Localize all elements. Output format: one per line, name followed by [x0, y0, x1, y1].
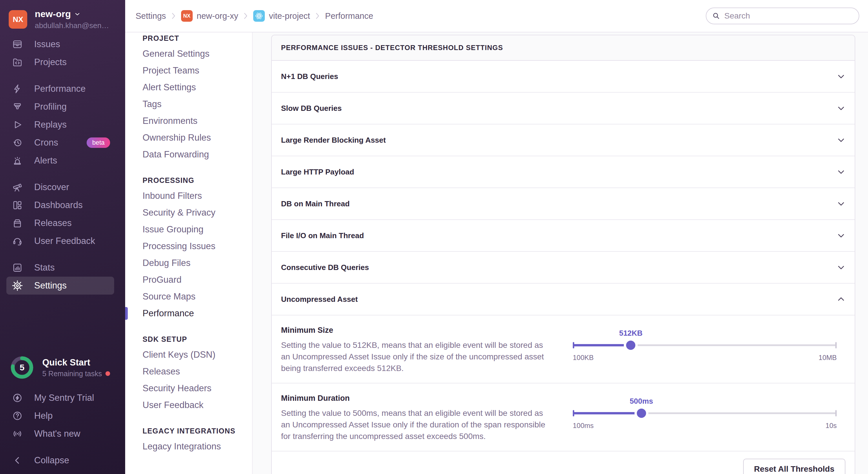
- detector-row-uncompressed-asset[interactable]: Uncompressed Asset: [272, 283, 855, 315]
- slider-max-label: 10s: [826, 421, 837, 430]
- sidebar-item-performance[interactable]: Performance: [0, 80, 125, 98]
- chevron-up-icon: [837, 295, 845, 304]
- sidebar-item-my-sentry-trial[interactable]: My Sentry Trial: [0, 389, 125, 407]
- settings-nav-item-client-keys[interactable]: Client Keys (DSN): [125, 346, 252, 363]
- sidebar-group-observability: Performance Profiling Replays beta Crons…: [0, 80, 125, 170]
- settings-nav-item-performance[interactable]: Performance: [125, 305, 252, 322]
- org-chip: NX: [181, 10, 193, 22]
- reset-all-thresholds-button[interactable]: Reset All Thresholds: [743, 459, 845, 474]
- detector-row-n-plus-one-db-queries[interactable]: N+1 DB Queries: [272, 61, 855, 93]
- quick-start-subtitle: 5 Remaining tasks: [42, 370, 102, 378]
- slider-fill: [573, 344, 631, 346]
- sidebar-item-projects[interactable]: Projects: [0, 53, 125, 71]
- field-title: Minimum Duration: [281, 394, 552, 403]
- panel-footer: Reset All Thresholds: [272, 451, 855, 474]
- section-heading: LEGACY INTEGRATIONS: [143, 427, 252, 435]
- collapse-sidebar-button[interactable]: Collapse: [0, 451, 125, 469]
- settings-nav-item-environments[interactable]: Environments: [125, 112, 252, 129]
- detector-row-db-on-main-thread[interactable]: DB on Main Thread: [272, 188, 855, 220]
- settings-nav-item-issue-grouping[interactable]: Issue Grouping: [125, 221, 252, 238]
- slider-thumb[interactable]: [637, 409, 646, 418]
- detector-row-large-render-blocking-asset[interactable]: Large Render Blocking Asset: [272, 125, 855, 156]
- settings-nav-item-inbound-filters[interactable]: Inbound Filters: [125, 188, 252, 204]
- slider-track[interactable]: [573, 344, 837, 346]
- sidebar-item-label: Projects: [34, 57, 67, 67]
- sidebar-item-replays[interactable]: Replays beta: [0, 116, 125, 134]
- settings-nav-item-project-teams[interactable]: Project Teams: [125, 62, 252, 79]
- sidebar-item-releases[interactable]: Releases: [0, 214, 125, 232]
- org-switcher[interactable]: NX new-org abdullah.khan@sen…: [0, 9, 125, 30]
- settings-nav-item-tags[interactable]: Tags: [125, 96, 252, 112]
- sidebar-item-label: Profiling: [34, 102, 67, 112]
- slider-track[interactable]: [573, 412, 837, 414]
- detector-row-file-io-on-main-thread[interactable]: File I/O on Main Thread: [272, 220, 855, 252]
- sidebar-item-whats-new[interactable]: What's new: [0, 425, 125, 443]
- sidebar-item-label: Issues: [34, 39, 60, 49]
- settings-nav-item-security-headers[interactable]: Security Headers: [125, 380, 252, 397]
- breadcrumb-separator-icon: [243, 12, 248, 20]
- chevron-down-icon: [837, 136, 845, 144]
- sidebar-item-profiling[interactable]: Profiling: [0, 98, 125, 116]
- breadcrumb-project[interactable]: vite-project: [253, 10, 310, 22]
- sidebar-item-label: Dashboards: [34, 200, 83, 210]
- slider-thumb[interactable]: [626, 341, 636, 350]
- detector-row-large-http-payload[interactable]: Large HTTP Payload: [272, 156, 855, 188]
- question-circle-icon: [12, 411, 23, 421]
- sidebar-item-discover[interactable]: Discover: [0, 178, 125, 196]
- chevron-down-icon: [837, 72, 845, 81]
- settings-nav-item-processing-issues[interactable]: Processing Issues: [125, 238, 252, 255]
- sidebar-group-main: Issues Projects: [0, 35, 125, 71]
- settings-nav-section-legacy-integrations: LEGACY INTEGRATIONS Legacy Integrations: [125, 427, 252, 455]
- sidebar-item-help[interactable]: Help: [0, 407, 125, 425]
- settings-nav-item-security-privacy[interactable]: Security & Privacy: [125, 204, 252, 221]
- sidebar-item-label: Performance: [34, 83, 86, 94]
- gear-icon: [12, 280, 23, 291]
- topbar: Settings NX new-org-xy vite-project Perf…: [125, 0, 868, 32]
- breadcrumb-current-page: Performance: [325, 11, 373, 21]
- detector-row-consecutive-db-queries[interactable]: Consecutive DB Queries: [272, 252, 855, 283]
- sidebar-item-dashboards[interactable]: Dashboards: [0, 196, 125, 214]
- search-icon: [712, 12, 720, 20]
- quick-start-progress-ring: 5: [9, 354, 35, 381]
- settings-nav-item-data-forwarding[interactable]: Data Forwarding: [125, 146, 252, 163]
- settings-nav-item-releases[interactable]: Releases: [125, 363, 252, 380]
- quick-start[interactable]: 5 Quick Start 5 Remaining tasks: [0, 354, 125, 381]
- slider-value-label: 512KB: [619, 329, 643, 338]
- sidebar-item-alerts[interactable]: Alerts: [0, 151, 125, 170]
- slider-min-label: 100ms: [573, 421, 594, 430]
- detector-threshold-panel: PERFORMANCE ISSUES - DETECTOR THRESHOLD …: [271, 35, 855, 474]
- search-input[interactable]: [706, 7, 859, 24]
- bar-chart-icon: [12, 263, 23, 273]
- issues-icon: [12, 39, 23, 49]
- sidebar-item-stats[interactable]: Stats: [0, 259, 125, 277]
- minimum-duration-slider: 500ms 100ms 10s: [573, 394, 837, 437]
- chevron-down-icon: [837, 263, 845, 272]
- field-minimum-duration: Minimum Duration Setting the value to 50…: [272, 383, 855, 451]
- sidebar-item-label: Crons: [34, 137, 58, 148]
- settings-nav-item-general-settings[interactable]: General Settings: [125, 45, 252, 62]
- sentry-settings-app: NX new-org abdullah.khan@sen… Issues Pro…: [0, 0, 868, 474]
- sidebar-item-issues[interactable]: Issues: [0, 35, 125, 53]
- settings-nav-item-alert-settings[interactable]: Alert Settings: [125, 79, 252, 96]
- sidebar-item-label: Replays: [34, 120, 67, 130]
- settings-nav-item-proguard[interactable]: ProGuard: [125, 271, 252, 288]
- detector-row-slow-db-queries[interactable]: Slow DB Queries: [272, 93, 855, 125]
- sidebar-item-crons[interactable]: Crons beta: [0, 134, 125, 151]
- slider-value-label: 500ms: [629, 397, 653, 406]
- chevron-left-icon: [12, 455, 23, 466]
- breadcrumb-settings[interactable]: Settings: [135, 11, 166, 21]
- sidebar-item-user-feedback[interactable]: User Feedback: [0, 232, 125, 250]
- settings-nav-item-legacy-integrations[interactable]: Legacy Integrations: [125, 438, 252, 455]
- sidebar-item-settings[interactable]: Settings: [6, 277, 114, 295]
- settings-nav-item-debug-files[interactable]: Debug Files: [125, 255, 252, 271]
- settings-nav-item-source-maps[interactable]: Source Maps: [125, 288, 252, 305]
- section-heading: PROJECT: [143, 34, 252, 42]
- settings-nav-item-user-feedback[interactable]: User Feedback: [125, 397, 252, 413]
- breadcrumb-organization[interactable]: NX new-org-xy: [181, 10, 238, 22]
- lightning-icon: [12, 83, 23, 94]
- main-content: PERFORMANCE ISSUES - DETECTOR THRESHOLD …: [253, 32, 868, 474]
- profiling-icon: [12, 102, 23, 112]
- sidebar-item-label: Stats: [34, 263, 55, 273]
- sidebar-group-explore: Discover Dashboards Releases User Feedba…: [0, 178, 125, 250]
- settings-nav-item-ownership-rules[interactable]: Ownership Rules: [125, 129, 252, 146]
